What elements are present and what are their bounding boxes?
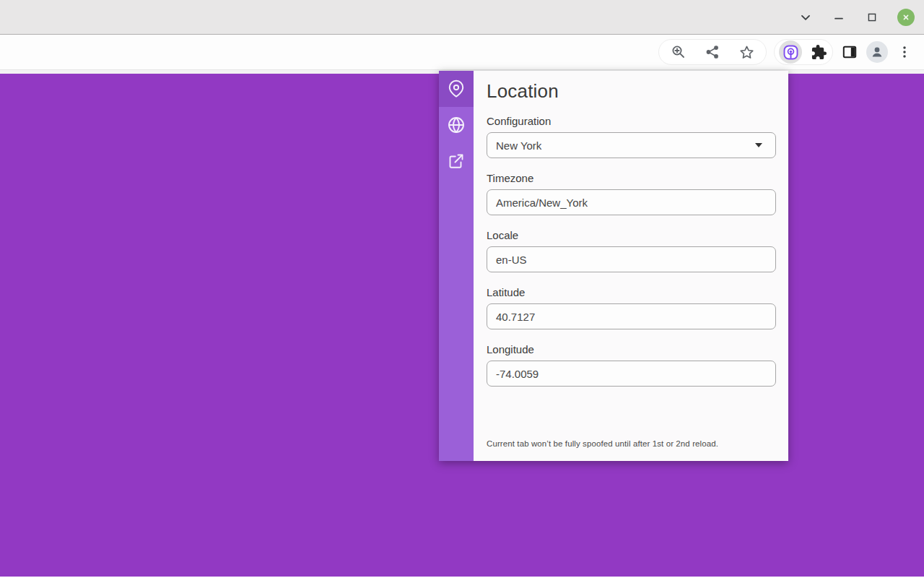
configuration-selected-value: New York (496, 139, 541, 152)
browser-window: Location Configuration New York Timezone… (0, 0, 924, 578)
menu-dots-icon[interactable] (895, 43, 914, 61)
field-label-configuration: Configuration (487, 115, 776, 127)
popup-note: Current tab won’t be fully spoofed until… (487, 439, 778, 448)
external-link-icon (448, 152, 465, 170)
omnibox-actions (658, 39, 767, 65)
bookmark-star-icon[interactable] (737, 43, 756, 61)
latitude-input[interactable] (487, 303, 776, 329)
dropdown-caret-icon (755, 143, 762, 147)
location-pin-icon (447, 79, 466, 98)
popup-title: Location (487, 80, 776, 103)
longitude-input[interactable] (487, 361, 776, 387)
vytal-extension-popup: Location Configuration New York Timezone… (439, 71, 788, 461)
popup-body: Location Configuration New York Timezone… (474, 71, 788, 461)
vytal-extension-button[interactable] (779, 40, 802, 64)
extensions-puzzle-icon[interactable] (809, 43, 828, 61)
person-icon (869, 44, 885, 60)
vytal-extension-icon (783, 44, 799, 61)
field-label-timezone: Timezone (487, 172, 776, 184)
maximize-button[interactable] (864, 9, 880, 25)
profile-avatar[interactable] (866, 41, 888, 63)
popup-sidebar (439, 71, 474, 461)
titlebar (0, 0, 924, 35)
sidebar-item-globe[interactable] (439, 107, 474, 143)
sidebar-item-external-link[interactable] (439, 143, 474, 179)
side-panel-icon[interactable] (840, 43, 859, 61)
minimize-button[interactable] (831, 9, 847, 25)
extensions-area (774, 39, 833, 65)
window-chevron-down-icon[interactable] (798, 9, 814, 25)
configuration-select[interactable]: New York (487, 132, 776, 158)
field-label-longitude: Longitude (487, 343, 776, 355)
timezone-input[interactable] (487, 189, 776, 215)
share-icon[interactable] (703, 43, 722, 61)
browser-toolbar (0, 35, 924, 70)
sidebar-item-location[interactable] (439, 71, 474, 107)
globe-icon (447, 116, 466, 134)
close-button[interactable] (897, 9, 915, 26)
field-label-latitude: Latitude (487, 286, 776, 298)
field-label-locale: Locale (487, 229, 776, 241)
zoom-icon[interactable] (669, 43, 688, 61)
locale-input[interactable] (487, 246, 776, 272)
